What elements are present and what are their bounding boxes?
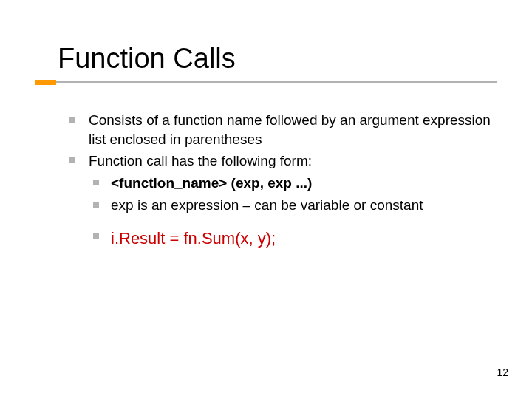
- slide-body: Consists of a function name followed by …: [66, 111, 502, 253]
- bullet-item: Consists of a function name followed by …: [66, 111, 502, 149]
- title-underline: [35, 81, 497, 83]
- sub-bullet-item: exp is an expression – can be variable o…: [89, 196, 502, 215]
- sub-bullet-item: <function_name> (exp, exp ...): [89, 174, 502, 193]
- sub-bullet-item: i.Result = fn.Sum(x, y);: [89, 228, 502, 250]
- bullet-item: Function call has the following form: <f…: [66, 151, 502, 250]
- code-syntax: <function_name> (exp, exp ...): [111, 175, 312, 191]
- code-example: i.Result = fn.Sum(x, y);: [111, 229, 276, 248]
- page-number: 12: [497, 366, 508, 378]
- bullet-text: Function call has the following form:: [89, 153, 312, 168]
- title-accent: [35, 80, 56, 85]
- slide-title: Function Calls: [58, 43, 236, 75]
